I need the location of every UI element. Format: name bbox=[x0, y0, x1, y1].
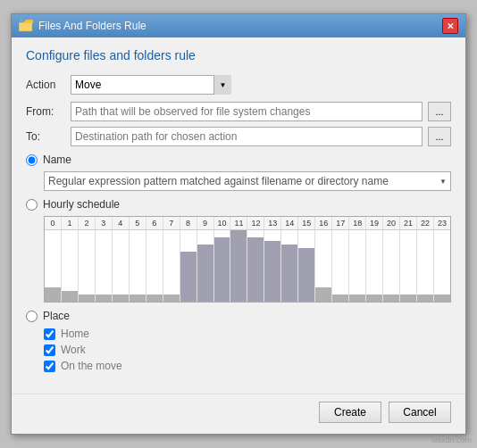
bar-fill bbox=[298, 248, 314, 302]
bar-fill bbox=[113, 295, 129, 302]
from-input[interactable] bbox=[71, 102, 423, 121]
bar-cell bbox=[79, 230, 96, 302]
hour-cell: 18 bbox=[349, 217, 366, 229]
bar-fill bbox=[45, 287, 61, 302]
bar-cell bbox=[298, 230, 315, 302]
place-section: Place HomeWorkOn the move bbox=[26, 310, 451, 372]
hour-cell: 14 bbox=[281, 217, 298, 229]
bars-area bbox=[45, 230, 450, 302]
hour-cell: 22 bbox=[417, 217, 434, 229]
bar-cell bbox=[45, 230, 62, 302]
place-section-header: Place bbox=[26, 310, 451, 322]
hour-cell: 8 bbox=[180, 217, 197, 229]
bar-cell bbox=[163, 230, 180, 302]
main-window: Files And Folders Rule ✕ Configure files… bbox=[11, 13, 466, 435]
folder-icon bbox=[19, 19, 33, 33]
svg-rect-0 bbox=[19, 22, 32, 31]
name-section-header: Name bbox=[26, 153, 451, 166]
bar-cell bbox=[113, 230, 130, 302]
action-select[interactable]: Move bbox=[71, 75, 231, 95]
bar-cell bbox=[264, 230, 281, 302]
bar-fill bbox=[281, 245, 297, 302]
bar-fill bbox=[247, 237, 264, 302]
hour-cell: 23 bbox=[434, 217, 450, 229]
title-bar: Files And Folders Rule ✕ bbox=[12, 14, 465, 37]
bar-fill bbox=[417, 295, 433, 302]
to-input[interactable] bbox=[71, 127, 423, 146]
create-button[interactable]: Create bbox=[319, 402, 381, 423]
hour-cell: 13 bbox=[264, 217, 281, 229]
hourly-radio[interactable] bbox=[26, 199, 38, 211]
hourly-radio-label: Hourly schedule bbox=[43, 198, 120, 211]
bar-fill bbox=[180, 252, 197, 302]
hour-cell: 7 bbox=[163, 217, 180, 229]
bar-fill bbox=[400, 295, 416, 302]
content-area: Configure files and folders rule Action … bbox=[12, 37, 465, 394]
name-radio[interactable] bbox=[26, 154, 38, 166]
bar-cell bbox=[434, 230, 450, 302]
bar-cell bbox=[197, 230, 214, 302]
place-checkbox-label: Work bbox=[61, 344, 86, 356]
bar-fill bbox=[130, 295, 146, 302]
bar-fill bbox=[197, 245, 213, 302]
bar-fill bbox=[383, 295, 399, 302]
hour-cell: 4 bbox=[113, 217, 130, 229]
to-row: To: ... bbox=[26, 127, 451, 146]
cancel-button[interactable]: Cancel bbox=[389, 402, 451, 423]
hour-cell: 17 bbox=[332, 217, 349, 229]
hourly-section-header: Hourly schedule bbox=[26, 198, 451, 211]
bar-fill bbox=[332, 295, 348, 302]
from-browse-button[interactable]: ... bbox=[428, 102, 451, 121]
from-row: From: ... bbox=[26, 102, 451, 121]
place-radio[interactable] bbox=[26, 311, 38, 322]
bar-fill bbox=[230, 230, 247, 302]
watermark: wsxdn.com bbox=[431, 436, 472, 444]
hour-cell: 20 bbox=[383, 217, 400, 229]
bar-cell bbox=[332, 230, 349, 302]
title-text: Files And Folders Rule bbox=[38, 20, 146, 32]
bar-fill bbox=[315, 287, 331, 302]
place-checkbox-on-the-move[interactable] bbox=[44, 361, 55, 372]
bar-cell bbox=[230, 230, 247, 302]
bar-cell bbox=[281, 230, 298, 302]
bar-cell bbox=[146, 230, 163, 302]
bar-fill bbox=[79, 295, 95, 302]
place-checkbox-work[interactable] bbox=[44, 344, 55, 356]
action-row: Action Move ▼ bbox=[26, 75, 451, 95]
name-dropdown[interactable]: Regular expression pattern matched again… bbox=[44, 171, 451, 191]
hour-cell: 15 bbox=[298, 217, 315, 229]
name-dropdown-wrapper: Regular expression pattern matched again… bbox=[26, 171, 451, 191]
bar-cell bbox=[349, 230, 366, 302]
hour-cell: 0 bbox=[45, 217, 62, 229]
bar-cell bbox=[214, 230, 231, 302]
name-dropdown-value: Regular expression pattern matched again… bbox=[48, 175, 389, 187]
bar-cell bbox=[130, 230, 146, 302]
hour-cell: 10 bbox=[214, 217, 231, 229]
close-button[interactable]: ✕ bbox=[442, 18, 458, 34]
footer: Create Cancel bbox=[12, 394, 465, 434]
checkbox-row: Home bbox=[44, 328, 451, 340]
hour-cell: 2 bbox=[79, 217, 96, 229]
hour-cell: 3 bbox=[96, 217, 113, 229]
checkbox-row: Work bbox=[44, 344, 451, 356]
bar-cell bbox=[247, 230, 264, 302]
bar-fill bbox=[146, 295, 163, 302]
hour-cell: 16 bbox=[315, 217, 332, 229]
bar-fill bbox=[214, 237, 230, 302]
schedule-grid: 01234567891011121314151617181920212223 bbox=[44, 216, 451, 303]
place-radio-label: Place bbox=[43, 310, 70, 322]
name-dropdown-arrow-icon: ▼ bbox=[439, 178, 447, 186]
hour-cell: 21 bbox=[400, 217, 417, 229]
to-browse-button[interactable]: ... bbox=[428, 127, 451, 146]
title-bar-left: Files And Folders Rule bbox=[19, 19, 146, 33]
from-label: From: bbox=[26, 105, 65, 118]
hour-cell: 9 bbox=[197, 217, 214, 229]
bar-fill bbox=[163, 295, 180, 302]
place-checkbox-home[interactable] bbox=[44, 328, 55, 340]
bar-fill bbox=[96, 295, 112, 302]
svg-point-2 bbox=[21, 20, 22, 21]
bar-fill bbox=[62, 291, 78, 302]
bar-cell bbox=[180, 230, 197, 302]
bar-fill bbox=[366, 295, 382, 302]
hour-cell: 1 bbox=[62, 217, 79, 229]
